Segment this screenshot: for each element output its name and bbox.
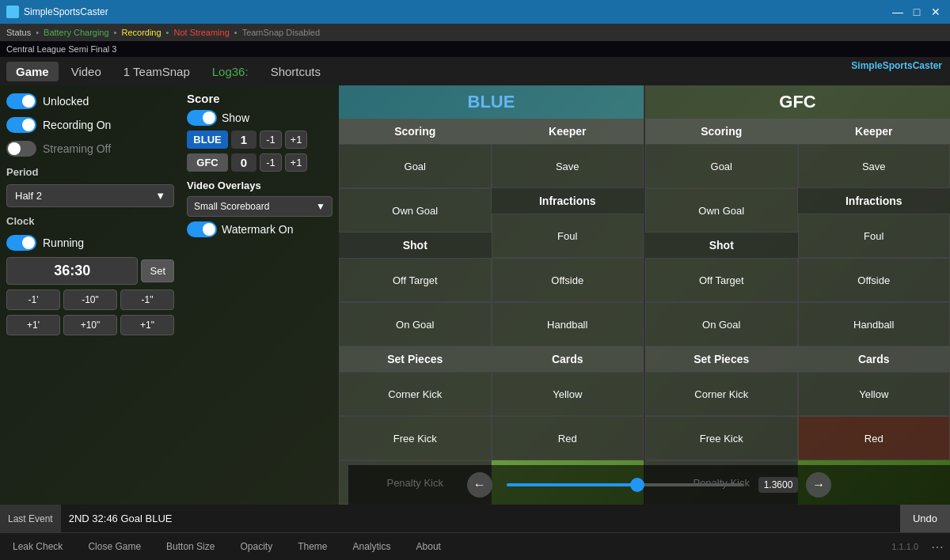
unlock-toggle[interactable]	[6, 93, 36, 109]
tab-shortcuts[interactable]: Shortcuts	[261, 62, 330, 81]
about-button[interactable]: About	[404, 533, 454, 560]
clock-minus-10sec[interactable]: -10"	[63, 289, 117, 310]
blue-off-target-btn[interactable]: Off Target	[339, 258, 492, 302]
blue-events-grid: Scoring Goal Own Goal Shot Off Target On…	[339, 119, 644, 505]
streaming-toggle[interactable]	[6, 141, 36, 157]
blue-keeper-header: Keeper	[492, 119, 644, 144]
close-button[interactable]: ✕	[928, 4, 944, 20]
gfc-goal-btn[interactable]: Goal	[645, 144, 798, 188]
clock-minus-1min[interactable]: -1'	[6, 289, 60, 310]
clock-toggle[interactable]	[6, 235, 36, 251]
blue-score-plus[interactable]: +1	[285, 131, 307, 149]
slider-thumb	[630, 478, 644, 492]
blue-keeper-col: Keeper Save Infractions Foul Offside Han…	[492, 119, 644, 505]
gfc-shot-header: Shot	[645, 233, 798, 258]
gfc-score-plus[interactable]: +1	[285, 153, 307, 172]
unlock-label: Unlocked	[43, 95, 89, 108]
gfc-off-target-btn[interactable]: Off Target	[645, 258, 798, 302]
gfc-scoring-header: Scoring	[645, 119, 798, 144]
clock-plus-1min[interactable]: +1'	[6, 315, 60, 335]
score-panel: Score Show BLUE 1 -1 +1 GFC 0 -1 +1 Vide…	[180, 85, 339, 505]
gfc-team-section: GFC Scoring Goal Own Goal Shot Off Targe…	[645, 85, 950, 505]
toggle-thumb-rec	[22, 119, 35, 131]
blue-set-pieces-header: Set Pieces	[339, 346, 492, 372]
blue-own-goal-btn[interactable]: Own Goal	[339, 188, 492, 233]
blue-yellow-card-btn[interactable]: Yellow	[492, 372, 644, 416]
leak-check-button[interactable]: Leak Check	[0, 533, 75, 560]
gfc-offside-btn[interactable]: Offside	[798, 258, 951, 302]
clock-minus-1sec[interactable]: -1"	[120, 289, 174, 310]
streaming-label: Streaming Off	[43, 142, 111, 155]
gfc-on-goal-btn[interactable]: On Goal	[645, 302, 798, 346]
blue-goal-btn[interactable]: Goal	[339, 144, 492, 188]
blue-score: 1	[231, 131, 256, 149]
close-game-button[interactable]: Close Game	[75, 533, 154, 560]
gfc-save-btn[interactable]: Save	[798, 144, 951, 188]
blue-on-goal-btn[interactable]: On Goal	[339, 302, 492, 346]
unlock-toggle-row: Unlocked	[6, 92, 174, 111]
undo-button[interactable]: Undo	[900, 505, 950, 532]
clock-time: 36:30	[6, 257, 138, 285]
opacity-button[interactable]: Opacity	[227, 533, 285, 560]
watermark-toggle-row: Watermark On	[187, 221, 332, 237]
tab-video[interactable]: Video	[62, 62, 111, 81]
gfc-scoring-col: Scoring Goal Own Goal Shot Off Target On…	[645, 119, 798, 505]
more-icon[interactable]: ⋯	[925, 539, 950, 554]
recording-toggle[interactable]	[6, 117, 36, 133]
minimize-button[interactable]: —	[890, 4, 906, 20]
slider-track[interactable]	[507, 483, 744, 486]
teamsnap-status: TeamSnap Disabled	[242, 28, 320, 37]
clock-plus-10sec[interactable]: +10"	[63, 315, 117, 335]
gfc-score: 0	[231, 153, 256, 172]
blue-scoring-col: Scoring Goal Own Goal Shot Off Target On…	[339, 119, 492, 505]
toggle-thumb-show	[203, 112, 215, 124]
period-value: Half 2	[15, 190, 42, 202]
gfc-free-kick-btn[interactable]: Free Kick	[645, 416, 798, 460]
blue-score-minus[interactable]: -1	[260, 131, 282, 149]
button-size-button[interactable]: Button Size	[154, 533, 227, 560]
gfc-yellow-card-btn[interactable]: Yellow	[798, 372, 951, 416]
theme-button[interactable]: Theme	[285, 533, 340, 560]
title-bar-controls[interactable]: — □ ✕	[890, 4, 944, 20]
show-label: Show	[222, 112, 249, 124]
gfc-infractions-header: Infractions	[798, 188, 951, 214]
video-overlays-title: Video Overlays	[187, 180, 332, 191]
gfc-corner-kick-btn[interactable]: Corner Kick	[645, 372, 798, 416]
recording-label: Recording On	[43, 119, 111, 131]
toggle-thumb-clk	[22, 236, 35, 249]
blue-corner-kick-btn[interactable]: Corner Kick	[339, 372, 492, 416]
watermark-label: Watermark On	[222, 223, 294, 236]
blue-infractions-header: Infractions	[492, 188, 644, 214]
show-toggle[interactable]	[187, 110, 217, 126]
tab-game[interactable]: Game	[6, 62, 59, 81]
tab-teamsnap[interactable]: 1 TeamSnap	[114, 62, 200, 81]
score-title: Score	[187, 92, 332, 105]
blue-red-card-btn[interactable]: Red	[492, 416, 644, 460]
chevron-down-icon2: ▼	[316, 201, 325, 212]
analytics-button[interactable]: Analytics	[340, 533, 404, 560]
blue-save-btn[interactable]: Save	[492, 144, 644, 188]
clock-adj-row-plus: +1' +10" +1"	[6, 315, 174, 335]
watermark-toggle[interactable]	[187, 221, 217, 237]
streaming-status: Not Streaming	[173, 28, 229, 37]
tab-log[interactable]: Log36:	[203, 62, 258, 81]
prev-button[interactable]: ←	[467, 472, 492, 498]
gfc-red-card-btn[interactable]: Red	[798, 416, 951, 460]
period-dropdown[interactable]: Half 2 ▼	[6, 184, 174, 207]
blue-handball-btn[interactable]: Handball	[492, 302, 644, 346]
app-icon	[6, 6, 19, 18]
clock-plus-1sec[interactable]: +1"	[120, 315, 174, 335]
blue-foul-btn[interactable]: Foul	[492, 214, 644, 258]
clock-set-button[interactable]: Set	[141, 259, 174, 282]
gfc-set-pieces-header: Set Pieces	[645, 346, 798, 372]
streaming-toggle-row: Streaming Off	[6, 139, 174, 158]
gfc-score-minus[interactable]: -1	[260, 153, 282, 172]
gfc-foul-btn[interactable]: Foul	[798, 214, 951, 258]
blue-free-kick-btn[interactable]: Free Kick	[339, 416, 492, 460]
next-button[interactable]: →	[806, 472, 831, 498]
maximize-button[interactable]: □	[909, 4, 925, 20]
overlay-dropdown[interactable]: Small Scoreboard ▼	[187, 196, 332, 217]
gfc-own-goal-btn[interactable]: Own Goal	[645, 188, 798, 233]
gfc-handball-btn[interactable]: Handball	[798, 302, 951, 346]
blue-offside-btn[interactable]: Offside	[492, 258, 644, 302]
